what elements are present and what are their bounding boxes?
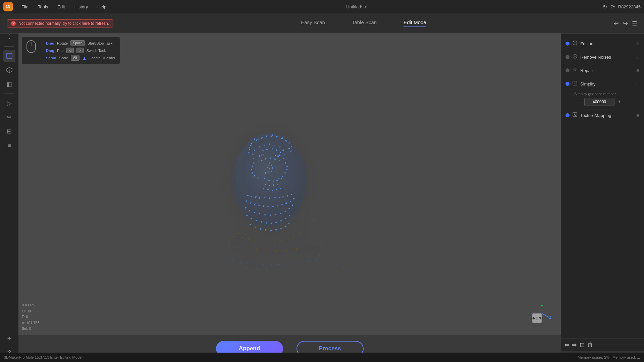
simplify-sub-panel: Simplify grid face number — + [561, 90, 644, 109]
svg-point-88 [251, 169, 252, 170]
svg-point-195 [238, 233, 239, 234]
svg-point-211 [321, 241, 322, 242]
svg-point-124 [272, 206, 274, 207]
texture-mapping-pin[interactable]: ⊞ [636, 113, 639, 118]
svg-point-186 [254, 240, 255, 241]
menu-edit[interactable]: Edit [53, 3, 69, 11]
svg-point-185 [248, 238, 250, 240]
sidebar-cube-solid-icon[interactable] [3, 64, 15, 76]
menu-help[interactable]: Help [93, 3, 110, 11]
simplify-minus-btn[interactable]: — [574, 99, 582, 105]
viewport[interactable]: Drag Rotate Space Start/Stop Task Drag P… [18, 34, 561, 362]
svg-point-206 [276, 250, 277, 252]
svg-point-63 [253, 158, 254, 159]
connection-error[interactable]: ✕ Not connected normally, try to click h… [7, 19, 113, 27]
svg-point-132 [254, 212, 255, 213]
tab-edit-mode[interactable]: Edit Mode [404, 19, 426, 27]
sidebar-cube-outline-icon[interactable] [3, 50, 15, 62]
svg-point-182 [274, 159, 276, 160]
simplify-label: Simplify [580, 81, 634, 86]
dropdown-arrow[interactable]: ▾ [365, 4, 367, 9]
menu-bar: 3D File Tools Edit History Help Untitled… [0, 0, 644, 13]
svg-point-127 [286, 203, 287, 204]
process-item-simplify[interactable]: Simplify ⊞ [561, 77, 644, 90]
svg-point-187 [261, 241, 262, 242]
svg-point-9 [240, 262, 241, 263]
svg-point-101 [277, 184, 278, 185]
svg-point-183 [278, 161, 279, 162]
process-item-remove-noises[interactable]: Remove Noises ⊞ [561, 50, 644, 64]
undo-icon[interactable]: ↩ [614, 20, 619, 27]
sync-icon[interactable]: ⟳ [610, 4, 615, 10]
svg-point-51 [249, 147, 250, 148]
svg-point-77 [268, 172, 269, 173]
svg-point-130 [245, 207, 246, 208]
svg-point-90 [254, 175, 255, 177]
fusion-icon [572, 40, 578, 47]
fusion-label: Fusion [580, 41, 634, 46]
repair-pin[interactable]: ⊞ [636, 68, 639, 73]
redo-icon[interactable]: ↪ [623, 20, 628, 27]
menu-file[interactable]: File [17, 3, 33, 11]
tab-table-scan[interactable]: Table Scan [352, 19, 377, 27]
sidebar-arrow-icon[interactable]: ▷ [3, 97, 15, 109]
svg-point-200 [313, 220, 315, 221]
svg-point-58 [282, 149, 284, 151]
svg-point-199 [234, 236, 235, 237]
process-item-repair[interactable]: Repair ⊞ [561, 64, 644, 77]
simplify-value-input[interactable] [584, 98, 614, 106]
svg-point-38 [350, 270, 351, 271]
process-item-texture-mapping[interactable]: TextureMapping ⊞ [561, 109, 644, 122]
sidebar-box-icon[interactable]: ◧ [3, 78, 15, 90]
svg-point-115 [282, 196, 284, 197]
svg-point-141 [246, 215, 248, 216]
svg-point-47 [287, 144, 288, 145]
sidebar-layer-icon[interactable]: ≡ [3, 139, 15, 152]
svg-point-41 [261, 138, 262, 139]
simplify-plus-btn[interactable]: + [616, 99, 622, 105]
svg-point-95 [284, 172, 286, 174]
simplify-pin[interactable]: ⊞ [636, 82, 639, 86]
toolbar-menu-icon[interactable]: ☰ [632, 20, 637, 27]
svg-point-27 [306, 265, 307, 266]
import-icon[interactable]: ⬅ [564, 341, 569, 349]
svg-point-175 [266, 149, 268, 150]
svg-point-83 [272, 180, 274, 182]
svg-point-40 [256, 139, 257, 141]
svg-point-64 [259, 156, 260, 157]
export-icon[interactable]: ➡ [572, 341, 577, 349]
sidebar-divider-1 [4, 46, 14, 47]
sidebar-star-icon[interactable]: ✦ [3, 333, 15, 345]
delete-icon[interactable]: 🗑 [587, 342, 593, 349]
svg-point-149 [285, 218, 286, 219]
svg-point-194 [303, 230, 304, 231]
svg-point-53 [259, 146, 260, 147]
svg-point-151 [250, 224, 251, 225]
svg-point-91 [257, 177, 259, 179]
svg-point-159 [288, 223, 290, 224]
sidebar-brush-icon[interactable]: ✏ [3, 111, 15, 123]
mouse-hints: Drag Rotate Space Start/Stop Task Drag P… [22, 37, 120, 64]
svg-point-15 [286, 263, 287, 264]
svg-point-56 [274, 145, 275, 146]
remove-noises-pin[interactable]: ⊞ [636, 55, 639, 59]
process-item-fusion[interactable]: Fusion ⊞ [561, 37, 644, 50]
refresh-icon[interactable]: ↻ [603, 4, 607, 10]
tab-easy-scan[interactable]: Easy Scan [301, 19, 325, 27]
svg-point-29 [319, 255, 320, 256]
svg-point-162 [266, 135, 267, 136]
svg-point-190 [281, 240, 282, 241]
menu-history[interactable]: History [70, 3, 92, 11]
scale-label: Scale [59, 56, 68, 60]
menu-tools[interactable]: Tools [34, 3, 52, 11]
svg-point-142 [251, 218, 252, 219]
svg-rect-6 [575, 115, 576, 116]
sidebar-grid2-icon[interactable]: ⊟ [3, 125, 15, 137]
svg-point-198 [309, 224, 310, 225]
f-stat: F: 0 [22, 314, 40, 320]
svg-point-59 [284, 154, 285, 155]
remove-noises-label: Remove Noises [580, 55, 634, 60]
duplicate-icon[interactable]: ⊡ [580, 341, 585, 349]
fusion-pin[interactable]: ⊞ [636, 42, 639, 46]
svg-point-102 [263, 188, 264, 189]
